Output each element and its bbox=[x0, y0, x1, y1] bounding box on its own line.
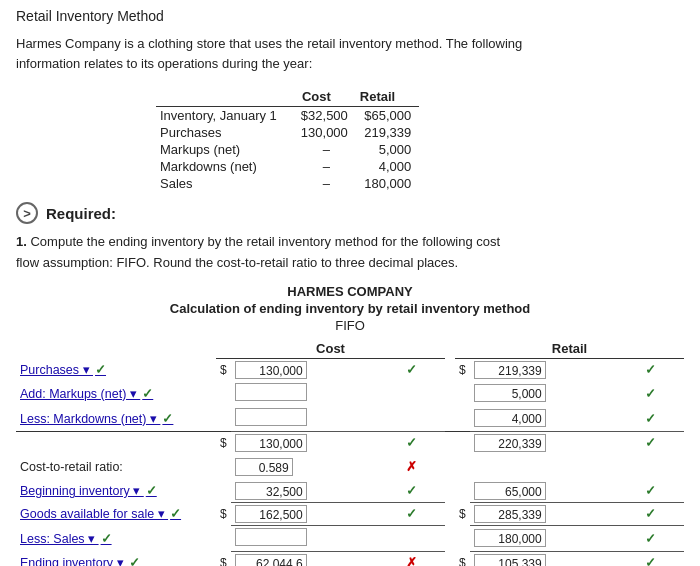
goods-retail-check: ✓ bbox=[645, 506, 656, 521]
goods-cost-input[interactable]: 162,500 bbox=[235, 505, 307, 523]
table-title: Calculation of ending inventory by retai… bbox=[16, 301, 684, 316]
cost-col-header: Cost bbox=[216, 339, 445, 359]
markdowns-cost-input[interactable] bbox=[235, 408, 307, 426]
purchases-label[interactable]: Purchases ▾ ✓ bbox=[16, 358, 216, 381]
markdowns-row: Less: Markdowns (net) ▾ ✓ 4,000 ✓ bbox=[16, 406, 684, 432]
table-row: Markdowns (net) – 4,000 bbox=[156, 158, 419, 175]
purchases-cost-input[interactable]: 130,000 bbox=[235, 361, 307, 379]
purchases-cost-check: ✓ bbox=[406, 362, 417, 377]
markdowns-retail-input[interactable]: 4,000 bbox=[474, 409, 546, 427]
subtotal-cost-check: ✓ bbox=[406, 435, 417, 450]
table-row: Purchases 130,000 219,339 bbox=[156, 124, 419, 141]
subtotal-retail-input[interactable]: 220,339 bbox=[474, 434, 546, 452]
calc-table: Cost Retail Purchases ▾ ✓ $ 130,000 ✓ $ … bbox=[16, 339, 684, 566]
beginning-inventory-row: Beginning inventory ▾ ✓ 32,500 ✓ 65,000 … bbox=[16, 480, 684, 503]
goods-cost-check: ✓ bbox=[406, 506, 417, 521]
subtotal-cost-input[interactable]: 130,000 bbox=[235, 434, 307, 452]
goods-available-label[interactable]: Goods available for sale ▾ ✓ bbox=[16, 502, 216, 525]
beginning-cost-input[interactable]: 32,500 bbox=[235, 482, 307, 500]
ending-inventory-row: Ending inventory ▾ ✓ $ 62,044.6 ✗ $ 105,… bbox=[16, 551, 684, 566]
description: Harmes Company is a clothing store that … bbox=[16, 34, 684, 73]
purchases-retail-input[interactable]: 219,339 bbox=[474, 361, 546, 379]
cost-header: Cost bbox=[297, 87, 356, 107]
sales-row: Less: Sales ▾ ✓ 180,000 ✓ bbox=[16, 525, 684, 551]
problem-text: 1. Compute the ending inventory by the r… bbox=[16, 232, 684, 274]
ending-inventory-label[interactable]: Ending inventory ▾ ✓ bbox=[16, 551, 216, 566]
beginning-cost-check: ✓ bbox=[406, 483, 417, 498]
ratio-label: Cost-to-retail ratio: bbox=[16, 454, 216, 480]
sales-cost-input[interactable] bbox=[235, 528, 307, 546]
table-row: Sales – 180,000 bbox=[156, 175, 419, 192]
retail-header: Retail bbox=[356, 87, 419, 107]
ratio-input[interactable]: 0.589 bbox=[235, 458, 293, 476]
required-label: Required: bbox=[46, 205, 116, 222]
nav-arrow[interactable]: > bbox=[16, 202, 38, 224]
subtotal-row: $ 130,000 ✓ 220,339 ✓ bbox=[16, 431, 684, 454]
ending-retail-check: ✓ bbox=[645, 555, 656, 566]
purchases-retail-check: ✓ bbox=[645, 362, 656, 377]
goods-retail-input[interactable]: 285,339 bbox=[474, 505, 546, 523]
markdowns-label[interactable]: Less: Markdowns (net) ▾ ✓ bbox=[16, 406, 216, 432]
purchases-row: Purchases ▾ ✓ $ 130,000 ✓ $ 219,339 ✓ bbox=[16, 358, 684, 381]
beginning-inventory-label[interactable]: Beginning inventory ▾ ✓ bbox=[16, 480, 216, 503]
sales-label[interactable]: Less: Sales ▾ ✓ bbox=[16, 525, 216, 551]
markups-label[interactable]: Add: Markups (net) ▾ ✓ bbox=[16, 381, 216, 406]
page-title: Retail Inventory Method bbox=[16, 8, 684, 24]
table-row: Markups (net) – 5,000 bbox=[156, 141, 419, 158]
ratio-status: ✗ bbox=[406, 459, 417, 474]
subtotal-retail-check: ✓ bbox=[645, 435, 656, 450]
purchases-retail-dollar: $ bbox=[455, 358, 470, 381]
sales-retail-check: ✓ bbox=[645, 531, 656, 546]
data-table: Cost Retail Inventory, January 1 $32,500… bbox=[156, 87, 419, 192]
ratio-row: Cost-to-retail ratio: 0.589 ✗ bbox=[16, 454, 684, 480]
company-name: HARMES COMPANY bbox=[16, 284, 684, 299]
markups-row: Add: Markups (net) ▾ ✓ 5,000 ✓ bbox=[16, 381, 684, 406]
table-subtitle: FIFO bbox=[16, 318, 684, 333]
ending-cost-input[interactable]: 62,044.6 bbox=[235, 554, 307, 566]
goods-available-row: Goods available for sale ▾ ✓ $ 162,500 ✓… bbox=[16, 502, 684, 525]
sales-retail-input[interactable]: 180,000 bbox=[474, 529, 546, 547]
purchases-cost-dollar: $ bbox=[216, 358, 231, 381]
ending-cost-status: ✗ bbox=[406, 555, 417, 566]
markups-cost-input[interactable] bbox=[235, 383, 307, 401]
beginning-retail-check: ✓ bbox=[645, 483, 656, 498]
markdowns-retail-check: ✓ bbox=[645, 411, 656, 426]
ending-retail-input[interactable]: 105,339 bbox=[474, 554, 546, 566]
retail-col-header: Retail bbox=[455, 339, 684, 359]
markups-retail-check: ✓ bbox=[645, 386, 656, 401]
beginning-retail-input[interactable]: 65,000 bbox=[474, 482, 546, 500]
table-row: Inventory, January 1 $32,500 $65,000 bbox=[156, 107, 419, 125]
markups-retail-input[interactable]: 5,000 bbox=[474, 384, 546, 402]
